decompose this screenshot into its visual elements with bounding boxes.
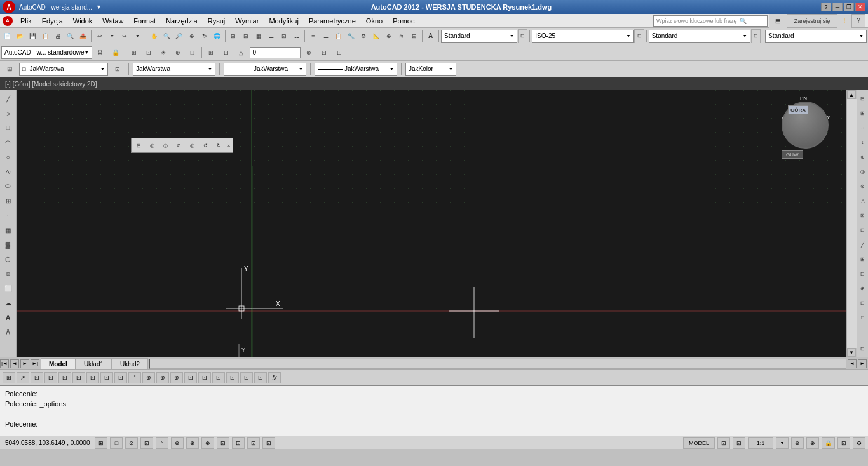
plotstyle-dropdown[interactable]: JakKolor ▼: [405, 63, 456, 76]
viewcube[interactable]: PN Z Pd W GÓRA GUW: [779, 95, 831, 159]
lt-arc-btn[interactable]: ◠: [1, 135, 15, 149]
zoom-btn[interactable]: 🔍: [161, 29, 173, 43]
model-label[interactable]: MODEL: [683, 437, 715, 449]
tab-nav-first[interactable]: |◄: [0, 359, 9, 368]
register-btn[interactable]: Zarejestruj się: [787, 14, 837, 28]
text-style-dropdown[interactable]: Standard ▼: [441, 30, 517, 43]
workspace-arrow[interactable]: ▼: [85, 50, 89, 55]
status-ortho-btn[interactable]: ⊙: [125, 437, 138, 449]
lt-boundary-btn[interactable]: ⬡: [1, 252, 15, 266]
paper-btn[interactable]: ⊡: [717, 437, 730, 449]
mt-snap5[interactable]: ⊡: [58, 372, 71, 383]
title-dropdown-arrow[interactable]: ▼: [96, 4, 102, 10]
paper2-btn[interactable]: ⊡: [733, 437, 745, 449]
color-arrow[interactable]: ▼: [208, 67, 212, 71]
tb2-btn4[interactable]: ⊕: [171, 46, 185, 60]
menu-okno[interactable]: Okno: [361, 16, 388, 26]
help-btn[interactable]: ?: [821, 3, 831, 11]
text-style-arrow[interactable]: ▼: [510, 34, 514, 38]
ft-btn1[interactable]: ⊞: [132, 139, 145, 152]
lt-gradient-btn[interactable]: ▓: [1, 237, 15, 251]
lineweight-dropdown[interactable]: JakWarstwa ▼: [315, 63, 397, 76]
layer-btn[interactable]: ⊞: [227, 29, 240, 43]
mt-snap6[interactable]: ⊡: [72, 372, 85, 383]
status-anno-btn[interactable]: ⊕: [791, 437, 804, 449]
viewcube-top-label[interactable]: GÓRA: [788, 105, 808, 114]
mt-otrack[interactable]: ⊡: [184, 372, 197, 383]
workspace-settings-icon[interactable]: ⚙: [93, 46, 107, 60]
lt-wipeout-btn[interactable]: ⬜: [1, 281, 15, 295]
mt-ducs[interactable]: ⊡: [198, 372, 211, 383]
text-btn[interactable]: A: [424, 29, 437, 43]
menu-parametryczne[interactable]: Parametryczne: [304, 16, 361, 26]
zoom3-btn[interactable]: ⊕: [186, 29, 198, 43]
autocad-logo-icon[interactable]: A: [3, 1, 15, 13]
dim-style-dropdown[interactable]: ISO-25 ▼: [532, 30, 634, 43]
minimize-btn[interactable]: ─: [832, 3, 843, 11]
ft-btn7[interactable]: ↻: [212, 139, 225, 152]
status-osnap-btn[interactable]: ⊕: [201, 437, 214, 449]
workspace-lock-icon[interactable]: 🔒: [109, 46, 123, 60]
frt-btn7[interactable]: ⊘: [858, 179, 868, 193]
redo-btn[interactable]: ↪: [119, 29, 131, 43]
status-qp-btn[interactable]: ⊡: [247, 437, 260, 449]
tool-btn[interactable]: 🔧: [345, 29, 357, 43]
scroll-track[interactable]: [847, 99, 857, 348]
mt-lw[interactable]: ⊡: [226, 372, 239, 383]
mt-snap7[interactable]: ⊡: [86, 372, 99, 383]
menu-widok[interactable]: Widok: [68, 16, 98, 26]
frt-btn13[interactable]: ⊡: [858, 267, 868, 281]
publish-btn[interactable]: 📤: [77, 29, 89, 43]
frt-bottom-btn[interactable]: ⊟: [858, 342, 868, 356]
layer6-btn[interactable]: ☷: [290, 29, 302, 43]
tab-model[interactable]: Model: [41, 358, 76, 369]
ft-btn3[interactable]: ◎: [159, 139, 172, 152]
status-ws-btn[interactable]: ⊕: [806, 437, 819, 449]
frt-btn8[interactable]: △: [858, 194, 868, 208]
viewcube-circle[interactable]: GÓRA: [782, 102, 829, 149]
frt-btn2[interactable]: ⊞: [858, 106, 868, 120]
orbit-btn[interactable]: ↻: [198, 29, 210, 43]
frt-btn16[interactable]: □: [858, 310, 868, 324]
layer-dropdown[interactable]: □ JakWarstwa ▼: [19, 63, 108, 76]
lineweight-arrow[interactable]: ▼: [390, 67, 394, 71]
scale-label[interactable]: 1:1: [748, 437, 773, 449]
saveas-btn[interactable]: 📋: [39, 29, 51, 43]
mt-ortho[interactable]: ⊕: [156, 372, 169, 383]
tool2-btn[interactable]: ⚙: [358, 29, 370, 43]
frt-btn6[interactable]: ◎: [858, 164, 868, 178]
canvas-area[interactable]: PN Z Pd W GÓRA GUW ⊞ ◎ ◎ ⊘ ◎ ↺ ↻ ×: [17, 90, 846, 357]
frt-btn12[interactable]: ⊞: [858, 252, 868, 266]
mt-snap2[interactable]: ↗: [17, 372, 29, 383]
match-btn[interactable]: ≡: [307, 29, 319, 43]
scroll-up-btn[interactable]: ▲: [847, 90, 856, 99]
lt-mtext-btn[interactable]: Ā: [1, 325, 15, 339]
coord-btn3[interactable]: ⊡: [332, 46, 346, 60]
mt-snap8[interactable]: ⊡: [100, 372, 113, 383]
menu-narzedzia[interactable]: Narzędzia: [161, 16, 203, 26]
plotstyle-arrow[interactable]: ▼: [449, 67, 453, 71]
help-icon[interactable]: ⬒: [769, 14, 787, 28]
orbit2-btn[interactable]: 🌐: [211, 29, 223, 43]
lt-region-btn[interactable]: ⧈: [1, 267, 15, 281]
hscroll-track[interactable]: [149, 359, 846, 369]
tb2-btn2[interactable]: ⊡: [142, 46, 156, 60]
layer-state-btn[interactable]: ⊡: [111, 62, 125, 76]
status-tools-btn[interactable]: ⚙: [853, 437, 865, 449]
lt-ellipse-btn[interactable]: ⬭: [1, 179, 15, 193]
status-dyn-btn[interactable]: ⊡: [217, 437, 229, 449]
search-icon[interactable]: 🔍: [740, 18, 747, 24]
scale-arrow[interactable]: ▼: [776, 437, 789, 449]
pan-btn[interactable]: ✋: [148, 29, 160, 43]
lt-circle-btn[interactable]: ○: [1, 150, 15, 164]
frt-btn15[interactable]: ⊟: [858, 296, 868, 310]
coord-btn2[interactable]: ⊡: [317, 46, 331, 60]
ft-btn4[interactable]: ⊘: [172, 139, 185, 152]
tool6-btn[interactable]: ⊟: [408, 29, 420, 43]
frt-btn14[interactable]: ⊕: [858, 281, 868, 295]
text-style2-btn[interactable]: ⊡: [518, 29, 528, 43]
mt-mirror[interactable]: ⊕: [142, 372, 155, 383]
tab-uklad1[interactable]: Układ1: [76, 358, 112, 369]
linetype-dropdown[interactable]: JakWarstwa ▼: [224, 63, 306, 76]
layer4-btn[interactable]: ☰: [266, 29, 278, 43]
